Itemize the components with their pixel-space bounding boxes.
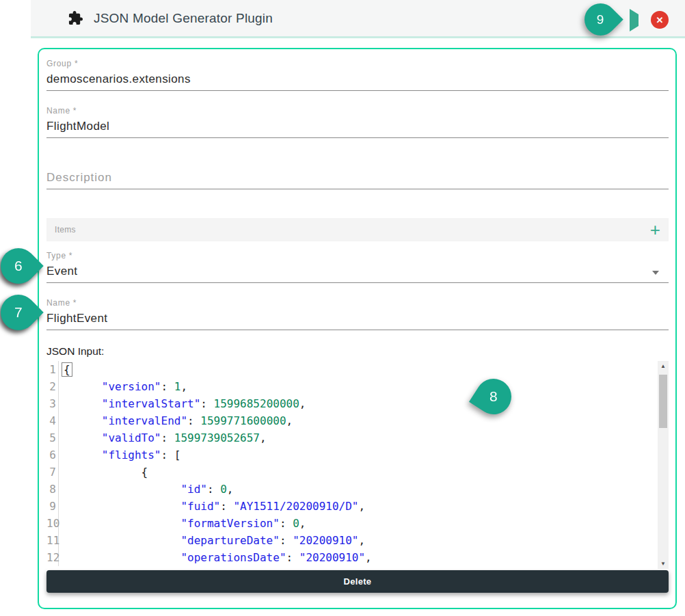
line-number: 8 <box>46 481 59 498</box>
group-input[interactable]: demoscenarios.extensions <box>46 72 669 86</box>
group-field: Group * demoscenarios.extensions <box>46 59 669 91</box>
line-number: 11 <box>46 532 59 549</box>
line-number: 10 <box>46 515 59 532</box>
scrollbar-thumb[interactable] <box>659 375 667 428</box>
delete-button[interactable]: Delete <box>46 570 669 593</box>
name-input[interactable]: FlightModel <box>46 120 669 133</box>
description-field: Description <box>46 171 669 189</box>
code-line[interactable]: 6 "flights": [ <box>46 446 658 464</box>
callout-8-bubble: 8 <box>469 372 518 421</box>
json-editor-lines[interactable]: 1{2 "version": 1,3 "intervalStart": 1599… <box>46 361 658 569</box>
name-field: Name * FlightModel <box>46 106 669 138</box>
item-name-field: Name * FlightEvent <box>46 298 669 330</box>
item-name-underline <box>46 330 669 330</box>
scrollbar-down-arrow-icon[interactable]: ▼ <box>658 559 669 569</box>
item-name-label: Name * <box>46 298 669 308</box>
type-field: Type * Event <box>46 251 669 283</box>
description-underline <box>46 189 669 189</box>
group-underline <box>46 90 669 91</box>
line-number: 2 <box>46 378 59 395</box>
json-editor[interactable]: 1{2 "version": 1,3 "intervalStart": 1599… <box>46 361 669 569</box>
editor-scrollbar[interactable]: ▲ ▼ <box>658 361 669 569</box>
item-name-input[interactable]: FlightEvent <box>46 312 669 325</box>
items-label: Items <box>55 225 76 235</box>
description-input[interactable]: Description <box>46 171 669 185</box>
page: JSON Model Generator Plugin ✕ Group * de… <box>0 0 685 616</box>
code-line[interactable]: 11 "departureDate": "20200910", <box>46 532 658 549</box>
code-line[interactable]: 4 "intervalEnd": 1599771600000, <box>46 412 658 429</box>
group-label: Group * <box>46 59 669 68</box>
scrollbar-up-arrow-icon[interactable]: ▲ <box>658 361 669 371</box>
type-label: Type * <box>46 251 669 260</box>
close-button[interactable]: ✕ <box>651 11 669 29</box>
items-section-header: Items + <box>46 218 669 241</box>
page-title: JSON Model Generator Plugin <box>94 11 273 26</box>
chevron-down-icon[interactable] <box>652 271 659 275</box>
code-line[interactable]: 3 "intervalStart": 1599685200000, <box>46 395 658 412</box>
code-line[interactable]: 9 "fuid": "AY1511/20200910/D", <box>46 498 658 515</box>
line-number: 9 <box>46 498 59 515</box>
callout-9: 9 <box>585 3 617 36</box>
line-number: 1 <box>46 361 59 378</box>
type-select[interactable]: Event <box>46 265 669 278</box>
line-number: 3 <box>46 395 59 412</box>
json-input-label: JSON Input: <box>46 345 669 358</box>
code-line[interactable]: 10 "formatVersion": 0, <box>46 515 658 532</box>
callout-7-number: 7 <box>14 304 23 321</box>
line-number: 6 <box>46 446 59 464</box>
line-number: 5 <box>46 429 59 446</box>
close-icon: ✕ <box>656 15 664 25</box>
play-icon <box>630 9 639 31</box>
callout-9-number: 9 <box>597 12 604 27</box>
delete-button-label: Delete <box>344 576 372 587</box>
code-line[interactable]: 1{ <box>46 361 658 378</box>
line-number: 7 <box>46 464 59 481</box>
name-label: Name * <box>46 106 669 116</box>
name-underline <box>46 137 669 138</box>
line-number: 12 <box>46 549 59 566</box>
plus-icon: + <box>650 219 660 240</box>
callout-6-number: 6 <box>14 258 23 274</box>
puzzle-piece-icon <box>68 10 84 27</box>
callout-6: 6 <box>1 248 36 284</box>
add-item-button[interactable]: + <box>650 221 660 239</box>
code-line[interactable]: 2 "version": 1, <box>46 378 658 395</box>
plugin-config-card: Group * demoscenarios.extensions Name * … <box>38 48 677 609</box>
run-plugin-button[interactable] <box>630 14 641 25</box>
code-line[interactable]: 12 "operationsDate": "20200910", <box>46 549 658 566</box>
code-line[interactable]: 7 { <box>46 464 658 481</box>
callout-8: 8 <box>476 379 511 414</box>
code-line[interactable]: 5 "validTo": 1599739052657, <box>46 429 658 446</box>
callout-7: 7 <box>1 295 36 330</box>
type-underline <box>46 282 669 283</box>
callout-8-number: 8 <box>489 388 498 405</box>
line-number: 4 <box>46 412 59 429</box>
code-line[interactable]: 8 "id": 0, <box>46 481 658 498</box>
